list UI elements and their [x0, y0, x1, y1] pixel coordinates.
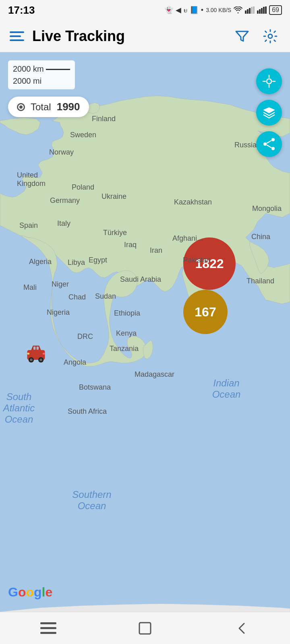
svg-rect-2: [249, 8, 251, 14]
svg-rect-3: [251, 7, 253, 14]
dot-icon: •: [201, 6, 203, 14]
page-title: Live Tracking: [32, 28, 125, 45]
svg-rect-0: [245, 10, 246, 14]
location-icon: ◀: [176, 6, 181, 14]
svg-point-26: [271, 138, 275, 141]
nfc-icon: ᵾ: [184, 6, 187, 14]
total-count: 1990: [57, 101, 80, 113]
facebook-icon: 📘: [190, 6, 199, 14]
svg-point-21: [267, 79, 271, 84]
cluster-count-medium: 167: [195, 305, 216, 320]
filter-button[interactable]: [232, 26, 252, 46]
svg-rect-6: [259, 9, 261, 14]
svg-rect-20: [43, 353, 45, 354]
svg-line-30: [267, 145, 271, 148]
cluster-bubble-large[interactable]: 1822: [183, 237, 236, 290]
bottom-menu-button[interactable]: [36, 616, 60, 640]
svg-rect-31: [40, 622, 56, 624]
status-icons: 👻 ◀ ᵾ 📘 • 3.00 KB/S: [164, 5, 282, 15]
svg-rect-13: [33, 347, 36, 350]
svg-rect-1: [247, 9, 249, 14]
nav-left: Live Tracking: [10, 28, 125, 45]
svg-rect-19: [27, 353, 30, 354]
snapchat-icon: 👻: [164, 6, 173, 14]
battery-icon: 69: [269, 5, 282, 15]
total-dot-icon: [17, 103, 25, 111]
settings-button[interactable]: [260, 26, 280, 46]
google-logo: Google: [8, 585, 52, 600]
status-time: 17:13: [8, 4, 35, 17]
svg-point-27: [263, 142, 267, 146]
layers-button[interactable]: [256, 100, 282, 126]
bottom-nav: [0, 612, 290, 644]
nav-right: [232, 26, 280, 46]
network-speed: 3.00 KB/S: [206, 7, 231, 13]
map-scale: 2000 km 2000 mi: [8, 60, 75, 89]
svg-point-10: [268, 34, 272, 38]
wifi-icon: [234, 6, 242, 14]
svg-rect-4: [253, 6, 255, 14]
svg-rect-14: [37, 347, 39, 350]
menu-button[interactable]: [10, 31, 24, 41]
svg-rect-34: [139, 623, 151, 634]
total-badge[interactable]: Total 1990: [8, 97, 89, 117]
svg-line-29: [267, 140, 271, 143]
svg-rect-32: [40, 627, 56, 629]
svg-point-28: [271, 147, 275, 150]
bottom-back-button[interactable]: [230, 616, 254, 640]
svg-point-16: [30, 359, 33, 361]
scale-mi: 2000 mi: [13, 75, 70, 87]
location-button[interactable]: [256, 68, 282, 94]
map-container[interactable]: 2000 km 2000 mi Total 1990 1822 167: [0, 52, 290, 624]
signal-icon: [245, 6, 255, 14]
share-button[interactable]: [256, 131, 282, 157]
cluster-bubble-medium[interactable]: 167: [183, 290, 228, 334]
scale-km: 2000 km: [13, 63, 70, 75]
svg-rect-5: [257, 10, 259, 14]
svg-rect-9: [265, 6, 267, 14]
status-bar: 17:13 👻 ◀ ᵾ 📘 • 3.00 KB/S: [0, 0, 290, 20]
bottom-home-button[interactable]: [133, 616, 157, 640]
map-right-buttons: [256, 68, 282, 157]
car-marker[interactable]: [25, 342, 47, 364]
nav-bar: Live Tracking: [0, 20, 290, 52]
svg-rect-7: [261, 8, 263, 14]
svg-point-18: [39, 359, 42, 361]
cluster-count-large: 1822: [195, 256, 224, 271]
svg-rect-8: [263, 7, 265, 14]
signal2-icon: [257, 6, 267, 14]
svg-rect-33: [40, 632, 56, 634]
total-label: Total: [31, 101, 51, 113]
